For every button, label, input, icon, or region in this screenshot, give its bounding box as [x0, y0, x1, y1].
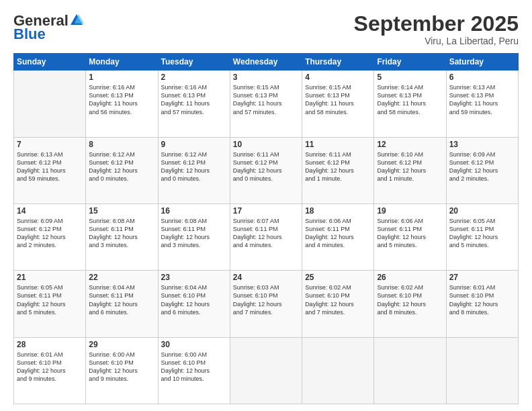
- day-number: 3: [233, 73, 299, 82]
- day-info: Sunrise: 6:09 AMSunset: 6:12 PMDaylight:…: [449, 150, 515, 183]
- day-number: 24: [233, 273, 299, 282]
- day-number: 12: [377, 140, 443, 149]
- day-number: 21: [17, 273, 83, 282]
- calendar-cell: 1Sunrise: 6:16 AMSunset: 6:13 PMDaylight…: [86, 71, 158, 137]
- day-number: 19: [377, 206, 443, 216]
- calendar-cell: 19Sunrise: 6:06 AMSunset: 6:11 PMDayligh…: [374, 203, 446, 270]
- weekday-header-row: Sunday Monday Tuesday Wednesday Thursday…: [14, 54, 519, 71]
- day-number: 20: [449, 206, 515, 216]
- calendar-cell: 23Sunrise: 6:04 AMSunset: 6:10 PMDayligh…: [158, 271, 230, 337]
- day-info: Sunrise: 6:05 AMSunset: 6:11 PMDaylight:…: [17, 283, 83, 316]
- header: General Blue September 2025 Viru, La Lib…: [13, 12, 519, 46]
- day-info: Sunrise: 6:08 AMSunset: 6:11 PMDaylight:…: [161, 217, 227, 250]
- calendar-cell: 26Sunrise: 6:02 AMSunset: 6:10 PMDayligh…: [374, 271, 446, 337]
- day-number: 8: [89, 140, 154, 149]
- day-info: Sunrise: 6:02 AMSunset: 6:10 PMDaylight:…: [377, 283, 443, 316]
- header-wednesday: Wednesday: [230, 54, 302, 71]
- day-number: 15: [89, 206, 154, 216]
- day-number: 4: [305, 73, 371, 82]
- header-friday: Friday: [374, 54, 446, 71]
- day-number: 9: [161, 140, 227, 149]
- day-number: 26: [377, 273, 443, 282]
- day-info: Sunrise: 6:06 AMSunset: 6:11 PMDaylight:…: [377, 217, 443, 250]
- day-info: Sunrise: 6:16 AMSunset: 6:13 PMDaylight:…: [89, 83, 154, 116]
- day-info: Sunrise: 6:05 AMSunset: 6:11 PMDaylight:…: [449, 217, 515, 250]
- calendar-cell: 14Sunrise: 6:09 AMSunset: 6:12 PMDayligh…: [14, 203, 86, 270]
- day-number: 10: [233, 140, 299, 149]
- day-number: 17: [233, 206, 299, 216]
- calendar-cell: 13Sunrise: 6:09 AMSunset: 6:12 PMDayligh…: [446, 137, 518, 203]
- calendar-cell: 17Sunrise: 6:07 AMSunset: 6:11 PMDayligh…: [230, 203, 302, 270]
- day-info: Sunrise: 6:15 AMSunset: 6:13 PMDaylight:…: [305, 83, 371, 116]
- calendar-cell: 4Sunrise: 6:15 AMSunset: 6:13 PMDaylight…: [302, 71, 374, 137]
- header-thursday: Thursday: [302, 54, 374, 71]
- page: General Blue September 2025 Viru, La Lib…: [0, 0, 532, 411]
- day-info: Sunrise: 6:03 AMSunset: 6:10 PMDaylight:…: [233, 283, 299, 316]
- calendar-cell: 24Sunrise: 6:03 AMSunset: 6:10 PMDayligh…: [230, 271, 302, 337]
- day-info: Sunrise: 6:04 AMSunset: 6:11 PMDaylight:…: [89, 283, 154, 316]
- day-info: Sunrise: 6:02 AMSunset: 6:10 PMDaylight:…: [305, 283, 371, 316]
- header-sunday: Sunday: [14, 54, 86, 71]
- day-number: 13: [449, 140, 515, 149]
- day-number: 30: [161, 340, 227, 349]
- calendar-cell: 16Sunrise: 6:08 AMSunset: 6:11 PMDayligh…: [158, 203, 230, 270]
- day-info: Sunrise: 6:11 AMSunset: 6:12 PMDaylight:…: [305, 150, 371, 183]
- calendar-cell: 2Sunrise: 6:16 AMSunset: 6:13 PMDaylight…: [158, 71, 230, 137]
- calendar-cell: 8Sunrise: 6:12 AMSunset: 6:12 PMDaylight…: [86, 137, 158, 203]
- day-info: Sunrise: 6:06 AMSunset: 6:11 PMDaylight:…: [305, 217, 371, 250]
- day-number: 25: [305, 273, 371, 282]
- header-saturday: Saturday: [446, 54, 518, 71]
- calendar-cell: 25Sunrise: 6:02 AMSunset: 6:10 PMDayligh…: [302, 271, 374, 337]
- day-info: Sunrise: 6:00 AMSunset: 6:10 PMDaylight:…: [161, 351, 227, 383]
- calendar-cell: [302, 337, 374, 404]
- calendar-cell: 21Sunrise: 6:05 AMSunset: 6:11 PMDayligh…: [14, 271, 86, 337]
- calendar-cell: 12Sunrise: 6:10 AMSunset: 6:12 PMDayligh…: [374, 137, 446, 203]
- day-info: Sunrise: 6:01 AMSunset: 6:10 PMDaylight:…: [449, 283, 515, 316]
- calendar-cell: 30Sunrise: 6:00 AMSunset: 6:10 PMDayligh…: [158, 337, 230, 404]
- header-monday: Monday: [86, 54, 158, 71]
- day-info: Sunrise: 6:01 AMSunset: 6:10 PMDaylight:…: [17, 351, 83, 383]
- calendar-cell: 18Sunrise: 6:06 AMSunset: 6:11 PMDayligh…: [302, 203, 374, 270]
- day-number: 27: [449, 273, 515, 282]
- day-number: 29: [89, 340, 154, 349]
- day-number: 5: [377, 73, 443, 82]
- logo-icon: [69, 13, 84, 28]
- calendar-cell: 7Sunrise: 6:13 AMSunset: 6:12 PMDaylight…: [14, 137, 86, 203]
- calendar-cell: 5Sunrise: 6:14 AMSunset: 6:13 PMDaylight…: [374, 71, 446, 137]
- logo: General Blue: [13, 12, 84, 43]
- calendar-cell: [14, 71, 86, 137]
- calendar-cell: 22Sunrise: 6:04 AMSunset: 6:11 PMDayligh…: [86, 271, 158, 337]
- calendar-cell: 27Sunrise: 6:01 AMSunset: 6:10 PMDayligh…: [446, 271, 518, 337]
- location: Viru, La Libertad, Peru: [354, 36, 519, 46]
- day-info: Sunrise: 6:10 AMSunset: 6:12 PMDaylight:…: [377, 150, 443, 183]
- day-number: 16: [161, 206, 227, 216]
- calendar-cell: 11Sunrise: 6:11 AMSunset: 6:12 PMDayligh…: [302, 137, 374, 203]
- day-info: Sunrise: 6:11 AMSunset: 6:12 PMDaylight:…: [233, 150, 299, 183]
- day-info: Sunrise: 6:13 AMSunset: 6:12 PMDaylight:…: [17, 150, 83, 183]
- day-info: Sunrise: 6:04 AMSunset: 6:10 PMDaylight:…: [161, 283, 227, 316]
- day-info: Sunrise: 6:12 AMSunset: 6:12 PMDaylight:…: [161, 150, 227, 183]
- day-info: Sunrise: 6:14 AMSunset: 6:13 PMDaylight:…: [377, 83, 443, 116]
- day-number: 2: [161, 73, 227, 82]
- calendar-cell: 29Sunrise: 6:00 AMSunset: 6:10 PMDayligh…: [86, 337, 158, 404]
- day-number: 22: [89, 273, 154, 282]
- day-info: Sunrise: 6:09 AMSunset: 6:12 PMDaylight:…: [17, 217, 83, 250]
- day-number: 11: [305, 140, 371, 149]
- day-number: 1: [89, 73, 154, 82]
- day-number: 28: [17, 340, 83, 349]
- logo-blue: Blue: [13, 26, 46, 43]
- calendar-cell: 15Sunrise: 6:08 AMSunset: 6:11 PMDayligh…: [86, 203, 158, 270]
- day-info: Sunrise: 6:12 AMSunset: 6:12 PMDaylight:…: [89, 150, 154, 183]
- calendar-cell: 6Sunrise: 6:13 AMSunset: 6:13 PMDaylight…: [446, 71, 518, 137]
- day-info: Sunrise: 6:15 AMSunset: 6:13 PMDaylight:…: [233, 83, 299, 116]
- day-info: Sunrise: 6:08 AMSunset: 6:11 PMDaylight:…: [89, 217, 154, 250]
- day-number: 6: [449, 73, 515, 82]
- calendar-cell: [446, 337, 518, 404]
- calendar-cell: 10Sunrise: 6:11 AMSunset: 6:12 PMDayligh…: [230, 137, 302, 203]
- calendar-cell: [230, 337, 302, 404]
- calendar-cell: [374, 337, 446, 404]
- header-tuesday: Tuesday: [158, 54, 230, 71]
- title-section: September 2025 Viru, La Libertad, Peru: [354, 12, 519, 46]
- day-info: Sunrise: 6:00 AMSunset: 6:10 PMDaylight:…: [89, 351, 154, 383]
- day-info: Sunrise: 6:16 AMSunset: 6:13 PMDaylight:…: [161, 83, 227, 116]
